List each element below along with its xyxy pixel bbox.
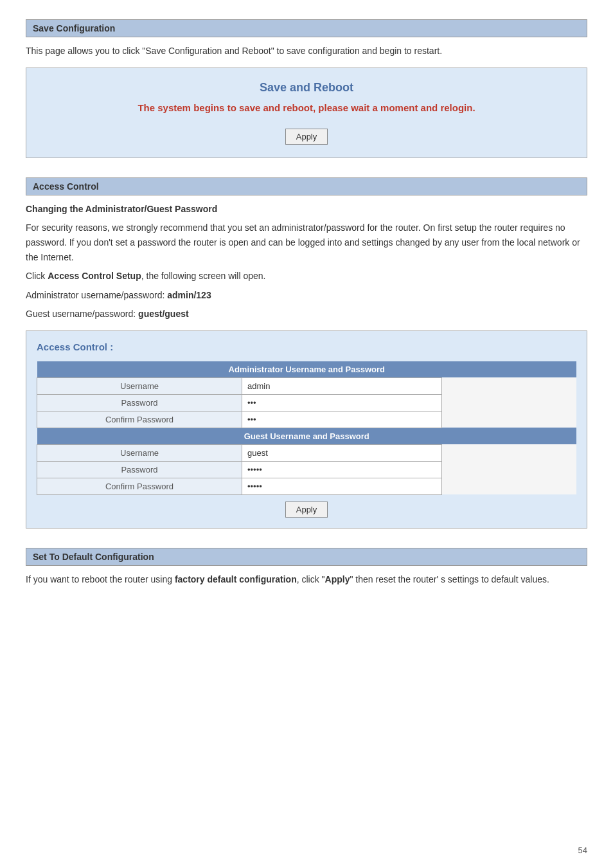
access-control-title: Access Control [33, 181, 99, 192]
admin-section-label: Administrator Username and Password [37, 361, 577, 378]
guest-section-label: Guest Username and Password [37, 428, 577, 444]
admin-confirm-label: Confirm Password [37, 411, 242, 428]
guest-section-row: Guest Username and Password [37, 428, 577, 444]
guest-confirm-empty [441, 478, 576, 494]
guest-username-label: Username [37, 444, 242, 461]
set-default-section: Set To Default Configuration If you want… [26, 548, 587, 587]
admin-password-row: Password ••• [37, 394, 577, 411]
guest-username-value[interactable]: guest [242, 444, 442, 461]
admin-password-label: Password [37, 394, 242, 411]
access-control-section: Access Control Changing the Administrato… [26, 177, 587, 529]
guest-password-value[interactable]: ••••• [242, 461, 442, 478]
access-control-para4: Guest username/password: guest/guest [26, 307, 587, 321]
guest-confirm-label: Confirm Password [37, 478, 242, 494]
guest-password-row: Password ••••• [37, 461, 577, 478]
access-control-para2: Click Access Control Setup, the followin… [26, 269, 587, 284]
access-control-para3: Administrator username/password: admin/1… [26, 288, 587, 303]
set-default-para1: If you want to reboot the router using f… [26, 572, 587, 587]
admin-username-empty [441, 377, 576, 394]
access-control-subheader: Changing the Administrator/Guest Passwor… [26, 204, 217, 214]
access-control-apply-area: Apply [37, 502, 576, 518]
admin-username-value[interactable]: admin [242, 377, 442, 394]
access-control-apply-button[interactable]: Apply [285, 502, 328, 518]
admin-password-value[interactable]: ••• [242, 394, 442, 411]
apply-bold: Apply [325, 574, 350, 584]
admin-password-empty [441, 394, 576, 411]
guest-confirm-value[interactable]: ••••• [242, 478, 442, 494]
admin-section-row: Administrator Username and Password [37, 361, 577, 378]
admin-confirm-row: Confirm Password ••• [37, 411, 577, 428]
save-apply-button[interactable]: Apply [285, 129, 328, 145]
admin-username-label: Username [37, 377, 242, 394]
access-control-para1: For security reasons, we strongly recomm… [26, 221, 587, 265]
save-reboot-box: Save and Reboot The system begins to sav… [26, 68, 587, 158]
save-config-title: Save Configuration [33, 23, 115, 33]
save-configuration-section: Save Configuration This page allows you … [26, 19, 587, 158]
access-control-box: Access Control : Administrator Username … [26, 330, 587, 529]
admin-credentials: admin/123 [167, 290, 211, 300]
admin-username-row: Username admin [37, 377, 577, 394]
factory-default-bold: factory default configuration [175, 574, 297, 584]
guest-username-empty [441, 444, 576, 461]
guest-password-label: Password [37, 461, 242, 478]
admin-confirm-empty [441, 411, 576, 428]
access-control-header: Access Control [26, 177, 587, 195]
set-default-title: Set To Default Configuration [33, 552, 154, 562]
admin-confirm-value[interactable]: ••• [242, 411, 442, 428]
page-number: 54 [578, 845, 587, 855]
guest-confirm-row: Confirm Password ••••• [37, 478, 577, 494]
set-default-header: Set To Default Configuration [26, 548, 587, 566]
save-reboot-message: The system begins to save and reboot, pl… [46, 102, 567, 113]
guest-password-empty [441, 461, 576, 478]
save-config-body: This page allows you to click "Save Conf… [26, 44, 587, 59]
guest-username-row: Username guest [37, 444, 577, 461]
access-control-box-title: Access Control : [37, 341, 576, 352]
save-config-description: This page allows you to click "Save Conf… [26, 44, 587, 59]
set-default-body: If you want to reboot the router using f… [26, 572, 587, 587]
save-reboot-title: Save and Reboot [46, 81, 567, 95]
save-config-header: Save Configuration [26, 19, 587, 37]
access-control-setup-link: Access Control Setup [48, 271, 141, 281]
access-control-table: Administrator Username and Password User… [37, 361, 576, 495]
access-control-body: Changing the Administrator/Guest Passwor… [26, 202, 587, 321]
guest-credentials: guest/guest [138, 309, 189, 319]
